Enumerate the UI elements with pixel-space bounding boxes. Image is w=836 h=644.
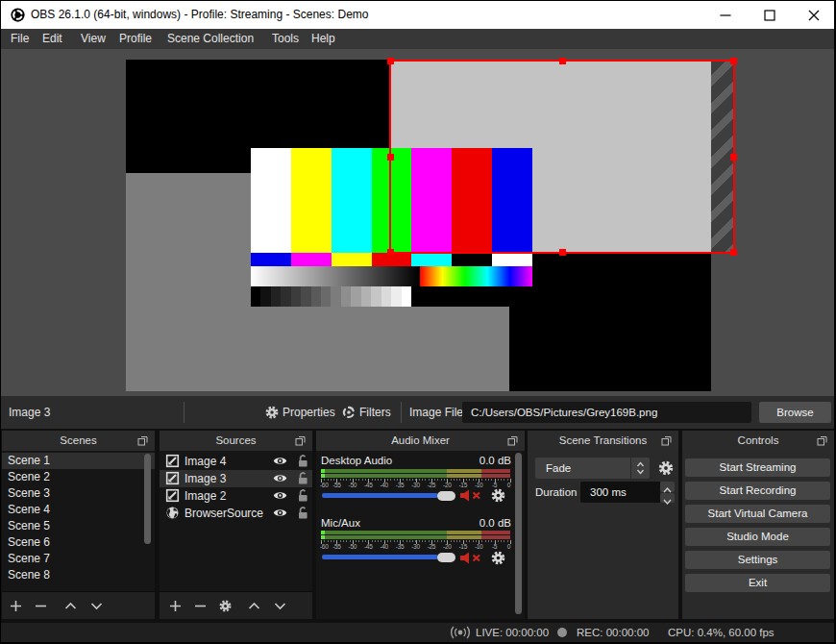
scenes-dock-title: Scenes	[2, 431, 155, 451]
source-row[interactable]: Image 4	[160, 453, 312, 470]
source-properties-button[interactable]	[218, 599, 233, 613]
channel-gear-icon[interactable]	[490, 487, 506, 504]
source-row-selected[interactable]: Image 3	[160, 470, 312, 487]
dock-float-icon[interactable]	[507, 435, 518, 446]
transition-select[interactable]: Fade	[535, 458, 630, 479]
mixer-scrollbar[interactable]	[515, 453, 522, 614]
studio-mode-button[interactable]: Studio Mode	[685, 528, 830, 546]
duration-down-button[interactable]	[660, 493, 675, 504]
transitions-dock-header[interactable]: Scene Transitions	[528, 431, 678, 451]
filters-button[interactable]: Filters	[359, 396, 391, 429]
unlock-icon[interactable]	[296, 506, 309, 520]
properties-button[interactable]: Properties	[283, 396, 335, 429]
unlock-icon[interactable]	[296, 454, 309, 468]
menu-edit[interactable]: Edit	[42, 29, 62, 49]
duration-input[interactable]: 300 ms	[580, 482, 660, 503]
volume-slider[interactable]	[322, 555, 438, 559]
transition-gear-icon[interactable]	[657, 459, 675, 477]
dock-float-icon[interactable]	[137, 435, 148, 446]
selection-outline[interactable]	[389, 60, 735, 254]
menu-scene-collection[interactable]: Scene Collection	[167, 29, 254, 49]
handle-top-right[interactable]	[730, 58, 737, 64]
image-file-input[interactable]: C:/Users/OBS/Pictures/Grey169B.png	[462, 402, 751, 423]
mixer-dock-header[interactable]: Audio Mixer	[316, 431, 525, 451]
handle-middle-right[interactable]	[730, 154, 737, 161]
settings-button[interactable]: Settings	[685, 551, 830, 569]
controls-dock: Controls Start Streaming Start Recording…	[682, 431, 834, 619]
scene-item[interactable]: Scene 2	[2, 469, 155, 485]
source-row[interactable]: Image 2	[160, 487, 312, 505]
browse-button[interactable]: Browse	[759, 402, 831, 423]
canvas-black-rect-bottomright	[509, 253, 711, 391]
mute-speaker-icon[interactable]	[459, 550, 482, 566]
duration-label: Duration	[535, 482, 577, 503]
scene-item[interactable]: Scene 7	[2, 551, 155, 567]
scenes-dock-header[interactable]: Scenes	[2, 431, 155, 451]
scene-up-button[interactable]	[63, 599, 78, 613]
dock-area: Scenes Scene 1 Scene 2 Scene 3 Scene 4 S…	[1, 429, 834, 623]
visible-eye-icon[interactable]	[273, 507, 287, 519]
scenes-scrollbar[interactable]	[144, 454, 151, 544]
source-up-button[interactable]	[247, 599, 261, 613]
volume-slider-handle[interactable]	[437, 491, 455, 501]
mute-speaker-icon[interactable]	[459, 487, 482, 504]
preview-canvas[interactable]	[1, 49, 834, 396]
visible-eye-icon[interactable]	[273, 489, 287, 502]
menu-tools[interactable]: Tools	[272, 29, 299, 49]
scene-item[interactable]: Scene 3	[2, 485, 155, 502]
handle-bottom-right[interactable]	[730, 249, 737, 256]
menu-file[interactable]: File	[11, 29, 29, 49]
volume-meter	[321, 531, 510, 539]
start-streaming-button[interactable]: Start Streaming	[685, 458, 830, 477]
scene-item[interactable]: Scene 1	[2, 453, 155, 469]
handle-middle-left[interactable]	[387, 154, 394, 161]
visible-eye-icon[interactable]	[273, 472, 287, 484]
color-bars-steps	[251, 286, 532, 307]
scene-down-button[interactable]	[89, 599, 104, 613]
scenes-list: Scene 1 Scene 2 Scene 3 Scene 4 Scene 5 …	[2, 451, 155, 619]
sources-toolbar	[160, 591, 312, 619]
channel-name: Desktop Audio	[321, 455, 392, 466]
menu-profile[interactable]: Profile	[119, 29, 152, 49]
transition-select-arrows[interactable]	[631, 458, 650, 479]
visible-eye-icon[interactable]	[273, 455, 287, 467]
duration-spin-buttons[interactable]	[660, 482, 675, 503]
scenes-toolbar	[2, 591, 155, 619]
scene-item[interactable]: Scene 4	[2, 502, 155, 518]
channel-gear-icon[interactable]	[490, 550, 506, 566]
dock-float-icon[interactable]	[661, 435, 672, 446]
status-bar: LIVE: 00:00:00 REC: 00:00:00 CPU: 0.4%, …	[1, 623, 834, 642]
close-button[interactable]	[793, 1, 835, 29]
source-row[interactable]: BrowserSource	[160, 505, 312, 522]
scene-item[interactable]: Scene 5	[2, 518, 155, 534]
menu-help[interactable]: Help	[311, 29, 335, 49]
sources-dock-title: Sources	[160, 431, 312, 451]
volume-slider[interactable]	[322, 493, 438, 498]
add-scene-button[interactable]	[9, 599, 23, 613]
start-recording-button[interactable]: Start Recording	[685, 482, 830, 500]
handle-bottom-center[interactable]	[559, 249, 566, 256]
remove-source-button[interactable]	[193, 599, 208, 613]
unlock-icon[interactable]	[296, 488, 309, 503]
handle-top-left[interactable]	[387, 58, 394, 64]
menu-view[interactable]: View	[81, 29, 106, 49]
handle-top-center[interactable]	[559, 58, 566, 64]
dock-float-icon[interactable]	[295, 435, 306, 446]
maximize-button[interactable]	[749, 1, 791, 29]
add-source-button[interactable]	[168, 599, 183, 613]
dock-float-icon[interactable]	[817, 435, 827, 446]
minimize-button[interactable]	[704, 1, 747, 29]
scene-item[interactable]: Scene 8	[2, 567, 155, 583]
handle-bottom-left[interactable]	[387, 249, 394, 256]
unlock-icon[interactable]	[296, 471, 309, 485]
exit-button[interactable]: Exit	[685, 574, 830, 592]
volume-slider-handle[interactable]	[437, 553, 455, 562]
remove-scene-button[interactable]	[34, 599, 48, 613]
mixer-dock-title: Audio Mixer	[316, 431, 525, 451]
source-down-button[interactable]	[273, 599, 287, 613]
sources-dock-header[interactable]: Sources	[160, 431, 312, 451]
controls-dock-header[interactable]: Controls	[682, 431, 834, 451]
start-virtual-camera-button[interactable]: Start Virtual Camera	[685, 505, 830, 523]
duration-up-button[interactable]	[660, 482, 675, 492]
scene-item[interactable]: Scene 6	[2, 534, 155, 551]
